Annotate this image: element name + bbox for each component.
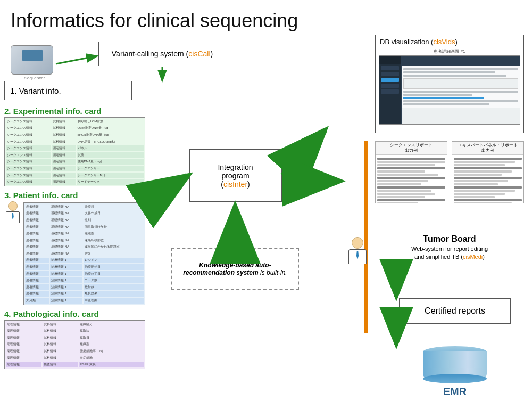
- table-row: 病理情報試料情報組織型: [6, 342, 144, 348]
- table-row: 患者情報基礎情報 NA薬疾関にかかわる問題点: [25, 244, 144, 250]
- table-row: 患者情報基礎情報 NA文書作成日: [25, 211, 144, 217]
- variant-info-label: 1. Variant info.: [10, 86, 61, 95]
- expert-report-title: エキスパートパネル・リポート出力例: [452, 142, 523, 155]
- experimental-card-section: 2. Experimental info. card シークエンス情報試料情報切…: [4, 107, 145, 186]
- table-row: 患者情報治療情報 1治療開始日: [25, 264, 144, 270]
- table-row: 患者情報基礎情報 NA診療科: [25, 204, 144, 210]
- emr-cylinder: [423, 346, 487, 383]
- db-visualization-box: DB visualization (cisVids) 患者詳細画面 #1: [375, 35, 524, 133]
- arrow-cards-to-integration: [146, 176, 188, 202]
- table-row: シークエンス情報測定情報パネル: [6, 145, 144, 151]
- doctor-small-avatar: [4, 201, 21, 305]
- table-row: 患者情報基礎情報 NA組織型: [25, 231, 144, 236]
- knowledge-base-box: Knowledge-based auto-recommendation syst…: [171, 248, 299, 290]
- table-row: 大分類治療情報 1中止理由: [25, 298, 144, 304]
- table-row: シークエンス情報試料情報DNA品質（qPCR/Qubit比）: [6, 139, 144, 145]
- table-row: シークエンス情報試料情報切り出しLCM有無: [6, 119, 144, 125]
- ciscall-label: cisCall: [188, 50, 210, 58]
- doctor-avatar: [348, 237, 367, 264]
- table-row: シークエンス情報試料情報Qubit測定DNA量（ug）: [6, 126, 144, 132]
- table-row: 病理情報試料情報腫瘍細胞率（%）: [6, 348, 144, 354]
- table-row: シークエンス情報測定情報シークエンサー: [6, 166, 144, 171]
- left-cards-panel: 2. Experimental info. card シークエンス情報試料情報切…: [4, 107, 145, 373]
- table-row: 病理情報試料情報組織区分: [6, 322, 144, 328]
- variant-info-box: 1. Variant info.: [4, 81, 132, 100]
- tumor-board-area: Tumor Board Web-system for report editin…: [375, 234, 524, 265]
- certified-reports-label: Certified reports: [425, 306, 485, 316]
- certified-reports-box: Certified reports: [399, 298, 511, 324]
- sequence-report-preview: シークエンスリポート出力例: [375, 141, 447, 203]
- sequencer-image: Sequencer: [11, 45, 59, 80]
- variant-calling-box: Variant-calling system (cisCall): [98, 42, 226, 66]
- table-row: 病理情報試料情報採取法: [6, 328, 144, 334]
- sequence-report-title: シークエンスリポート出力例: [376, 142, 447, 155]
- expert-report-content: [452, 155, 523, 203]
- table-row: シークエンス情報測定情報試薬: [6, 152, 144, 158]
- table-row: 患者情報治療情報 1放射線: [25, 284, 144, 290]
- experimental-card-title: 2. Experimental info. card: [4, 107, 145, 116]
- table-row: 患者情報治療情報 1コース数: [25, 277, 144, 283]
- table-row: シークエンス情報測定情報シークエンサーN日: [6, 173, 144, 178]
- table-row: 病理情報試料情報採取日: [6, 335, 144, 341]
- pathological-info-table: 病理情報試料情報組織区分 病理情報試料情報採取法 病理情報試料情報採取日 病理情…: [4, 320, 145, 369]
- table-row: 患者情報基礎情報 NAIPS: [25, 251, 144, 257]
- arrow-seq-to-variant: [56, 56, 97, 64]
- table-row: 病理情報検査情報EGFR 変異: [6, 362, 144, 367]
- knowledge-text: Knowledge-based auto-recommendation syst…: [177, 261, 294, 276]
- variant-calling-label: Variant-calling system (: [112, 50, 188, 58]
- pathological-card-section: 4. Pathological info. card 病理情報試料情報組織区分 …: [4, 309, 145, 369]
- pathological-card-title: 4. Pathological info. card: [4, 309, 145, 318]
- table-row: シークエンス情報試料情報qPCR測定DNA量（ug）: [6, 132, 144, 138]
- emr-label: EMR: [443, 386, 467, 398]
- sequence-report-content: [376, 155, 447, 203]
- emr-area: EMR: [410, 346, 500, 398]
- table-row: 病理情報試料情報炎症細胞: [6, 355, 144, 361]
- table-row: 患者情報治療情報 1レジメン: [25, 258, 144, 264]
- patient-info-table: 患者情報基礎情報 NA診療科 患者情報基礎情報 NA文書作成日 患者情報基礎情報…: [23, 202, 145, 305]
- patient-card-section: 3. Patient info. card 患者情報基礎情報 NA診療科 患者情…: [4, 191, 145, 305]
- experimental-info-table: シークエンス情報試料情報切り出しLCM有無 シークエンス情報試料情報Qubit測…: [4, 117, 145, 186]
- expert-panel-report-preview: エキスパートパネル・リポート出力例: [452, 141, 524, 203]
- table-row: 患者情報基礎情報 NA同意取得時年齢: [25, 224, 144, 230]
- db-screenshot: [379, 55, 520, 125]
- table-row: 患者情報治療情報 1治療終了日: [25, 271, 144, 277]
- main-title: Informatics for clinical sequencing: [0, 0, 532, 37]
- tumor-board-description: Web-system for report editingand simplif…: [375, 245, 524, 261]
- integration-line2: program: [221, 171, 249, 180]
- table-row: 患者情報基礎情報 NA遠隔転移部位: [25, 238, 144, 243]
- tumor-board-title: Tumor Board: [375, 234, 524, 244]
- patient-card-title: 3. Patient info. card: [4, 191, 145, 200]
- db-screenshot-label: 患者詳細画面 #1: [376, 48, 523, 54]
- arrow-integration-to-db: [283, 130, 325, 176]
- table-row: シークエンス情報測定情報使用DNA量（ug）: [6, 159, 144, 165]
- integration-program-box: Integration program (cisInter): [189, 149, 282, 202]
- integration-line1: Integration: [218, 163, 253, 171]
- report-previews-area: シークエンスリポート出力例 エキスパートパネル・リポート出力例: [375, 141, 524, 203]
- integration-system: (cisInter): [221, 180, 250, 189]
- table-row: シークエンス情報測定情報リードデータ名: [6, 179, 144, 185]
- cylinder-bottom: [423, 374, 487, 383]
- db-viz-title: DB visualization (cisVids): [376, 35, 523, 48]
- table-row: 患者情報基礎情報 NA性別: [25, 217, 144, 223]
- table-row: 患者情報治療情報 1最良効果: [25, 291, 144, 297]
